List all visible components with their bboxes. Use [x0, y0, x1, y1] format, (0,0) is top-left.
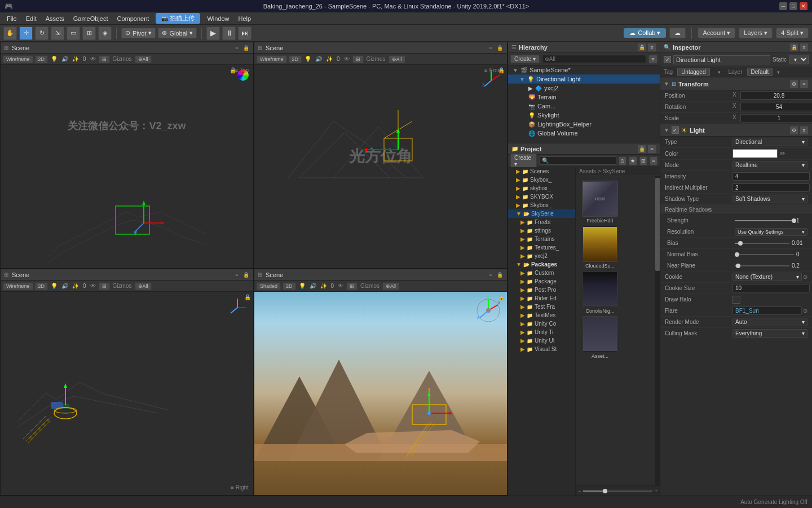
scene-menu-tr[interactable]: ≡	[487, 44, 495, 52]
wireframe-btn-bl[interactable]: Wireframe	[3, 282, 33, 290]
tree-ridere[interactable]: ▶ 📁 Rider Ed	[508, 294, 575, 303]
light-icon-br[interactable]: 💡	[298, 283, 307, 289]
menu-assets[interactable]: Assets	[41, 14, 69, 23]
step-button[interactable]: ⏭	[238, 27, 251, 40]
rotate-tool[interactable]: ↻	[35, 27, 48, 40]
move-tool[interactable]: ✛	[19, 27, 33, 40]
mode-btn-br[interactable]: ⊞	[346, 282, 358, 290]
tree-terrains[interactable]: ▶ 📁 Terrains	[508, 235, 575, 243]
tree-testfra[interactable]: ▶ 📁 Test Fra	[508, 303, 575, 311]
menu-help[interactable]: Help	[234, 14, 256, 23]
global-dropdown[interactable]: ⊛ Global ▾	[158, 28, 197, 38]
hierarchy-menu-btn[interactable]: ≡	[647, 43, 656, 52]
all-btn-br[interactable]: ⊕All	[382, 282, 399, 290]
gizmos-btn-tl[interactable]: Gizmos	[112, 56, 133, 62]
nearplane-slider[interactable]: 0.2	[735, 262, 807, 269]
project-menu-btn[interactable]: ≡	[647, 144, 656, 154]
minimize-button[interactable]: ─	[779, 2, 787, 10]
hier-item-globalvolume[interactable]: 🌐 Global Volume	[508, 129, 660, 138]
normalbias-slider[interactable]: 0	[735, 251, 807, 257]
mode-btn-tr[interactable]: ⊞	[352, 55, 364, 63]
hier-item-yxcj2[interactable]: ▶ 🔷 yxcj2	[508, 84, 660, 93]
type-dropdown[interactable]: Directional ▾	[732, 138, 807, 146]
project-search[interactable]	[539, 156, 616, 165]
flare-link-icon[interactable]: ⊙	[803, 308, 807, 314]
audio-icon-br[interactable]: 🔊	[308, 283, 317, 289]
split-dropdown[interactable]: 4 Split ▾	[776, 28, 809, 38]
scene-view-bl[interactable]: ≡ Right 🔒	[1, 292, 253, 495]
hide-icon-tr[interactable]: 👁	[343, 56, 351, 62]
scene-lock-tl[interactable]: 🔒	[242, 44, 250, 52]
hide-icon-br[interactable]: 👁	[337, 283, 345, 289]
tree-unityti[interactable]: ▶ 📁 Unity Ti	[508, 328, 575, 336]
scene-view-tl[interactable]: 关注微信公众号：V2_zxw	[1, 65, 253, 268]
play-button[interactable]: ▶	[206, 27, 220, 40]
all-btn-tl[interactable]: ⊕All	[135, 55, 152, 63]
cookie-size-field[interactable]	[732, 284, 810, 292]
gizmos-btn-bl[interactable]: Gizmos	[112, 283, 133, 289]
tree-package[interactable]: ▶ 📁 Package	[508, 277, 575, 286]
cookie-circle-icon[interactable]: ⊙	[803, 274, 807, 280]
tree-postpro[interactable]: ▶ 📁 Post Pro	[508, 286, 575, 294]
asset-clouded[interactable]: CloudedSu...	[580, 226, 620, 269]
inspector-lock-btn[interactable]: 🔒	[789, 43, 798, 52]
color-picker-icon[interactable]: ✏	[780, 150, 785, 157]
project-create-btn[interactable]: Create ▾	[510, 154, 537, 168]
scale-tool[interactable]: ⇲	[51, 27, 64, 40]
tree-skybox3[interactable]: ▶ 📁 SKYBOX	[508, 192, 575, 201]
collab-button[interactable]: ☁ Collab ▾	[624, 28, 666, 38]
tree-textures[interactable]: ▶ 📁 Textures_	[508, 243, 575, 252]
cookie-dropdown[interactable]: None (Texture) ▾	[732, 273, 802, 281]
scene-menu-bl[interactable]: ≡	[233, 271, 241, 279]
wireframe-btn-tr[interactable]: Wireframe	[257, 55, 287, 63]
light-settings[interactable]: ⚙	[789, 126, 798, 135]
resolution-dropdown[interactable]: Use Quality Settings ▾	[735, 228, 807, 236]
obj-active-check[interactable]: ✓	[664, 56, 671, 63]
fx-icon-bl[interactable]: ✨	[71, 283, 80, 289]
menu-edit[interactable]: Edit	[21, 14, 41, 23]
tree-custom[interactable]: ▶ 📁 Custom	[508, 269, 575, 277]
hier-item-directional-light[interactable]: ▼ 💡 Directional Light	[508, 75, 660, 84]
hand-tool[interactable]: ✋	[3, 27, 17, 40]
asset-4[interactable]: Asset...	[580, 316, 620, 359]
tag-dropdown[interactable]: Untagged	[677, 68, 709, 76]
render-mode-dropdown[interactable]: Auto ▾	[732, 318, 807, 326]
account-dropdown[interactable]: Account ▾	[698, 28, 735, 38]
audio-icon-tr[interactable]: 🔊	[314, 56, 323, 62]
pivot-dropdown[interactable]: ⊙ Pivot ▾	[121, 28, 156, 38]
rect-tool[interactable]: ▭	[67, 27, 80, 40]
tree-skybox4[interactable]: ▶ 📁 Skybox_	[508, 201, 575, 209]
scene-menu-br[interactable]: ≡	[487, 271, 495, 279]
layers-dropdown[interactable]: Layers ▾	[739, 28, 773, 38]
tree-textmes[interactable]: ▶ 📁 TextMes	[508, 311, 575, 319]
tree-skybox2[interactable]: ▶ 📁 skybox_	[508, 184, 575, 192]
all-btn-bl[interactable]: ⊕All	[135, 282, 152, 290]
hier-item-terrain[interactable]: 🌄 Terrain	[508, 93, 660, 102]
menu-file[interactable]: File	[2, 14, 21, 23]
project-scrollbar-thumb[interactable]	[655, 178, 660, 270]
hier-item-lightingbox[interactable]: 📦 LightingBox_Helper	[508, 120, 660, 129]
tree-skyserie[interactable]: ▼ 📂 SkySerie	[508, 209, 575, 218]
gizmos-btn-br[interactable]: Gizmos	[359, 283, 381, 289]
tree-visualst[interactable]: ▶ 📁 Visual St	[508, 345, 575, 353]
indirect-field[interactable]	[732, 183, 810, 192]
project-filter3[interactable]: ⊞	[639, 156, 647, 165]
tree-freebi[interactable]: ▶ 📁 Freebi	[508, 218, 575, 226]
static-dropdown[interactable]: ▾	[789, 55, 809, 64]
wireframe-btn-tl[interactable]: Wireframe	[3, 55, 33, 63]
maximize-button[interactable]: □	[789, 2, 797, 10]
scene-lock-bl[interactable]: 🔒	[242, 271, 250, 279]
shaded-btn-br[interactable]: Shaded	[257, 282, 281, 290]
transform-settings[interactable]: ⚙	[789, 80, 798, 89]
tree-skybox1[interactable]: ▶ 📁 Skybox_	[508, 176, 575, 184]
upload-button[interactable]: 📷 拍猫上传	[156, 13, 200, 24]
rot-x[interactable]	[740, 103, 812, 111]
strength-slider[interactable]: 1	[735, 217, 807, 224]
inspector-menu-btn[interactable]: ≡	[800, 43, 809, 52]
menu-window[interactable]: Window	[202, 14, 233, 23]
zoom-minus[interactable]: −	[578, 488, 581, 494]
pause-button[interactable]: ⏸	[222, 27, 236, 40]
scene-view-br[interactable]: X Y Z 🔒	[254, 292, 507, 495]
shadow-dropdown[interactable]: Soft Shadows ▾	[732, 195, 807, 203]
fx-icon-br[interactable]: ✨	[319, 283, 328, 289]
